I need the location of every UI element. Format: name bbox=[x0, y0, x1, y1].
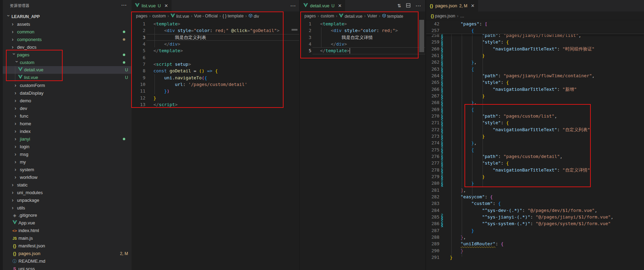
breadcrumb-item[interactable]: detail.vue bbox=[339, 14, 362, 19]
modified-gutter-icon bbox=[441, 46, 443, 52]
more-icon[interactable]: ⋯ bbox=[290, 2, 296, 9]
tree-item-README-md[interactable]: ⓘREADME.md bbox=[3, 257, 132, 265]
tree-item-system[interactable]: ›system bbox=[3, 166, 132, 173]
chevron-icon: › bbox=[15, 158, 19, 166]
code-text: "uniIdRouter": { bbox=[450, 240, 503, 247]
git-status-badge: 2, M bbox=[120, 250, 128, 257]
breadcrumb-item[interactable]: … bbox=[460, 14, 464, 18]
modified-gutter-icon bbox=[441, 72, 443, 79]
tree-item-uni_modules[interactable]: ›uni_modules bbox=[3, 189, 132, 196]
tree-item-list-vue[interactable]: list.vueU bbox=[3, 74, 132, 81]
tree-item-pages-json[interactable]: {}pages.json2, M bbox=[3, 250, 132, 257]
breadcrumb-item[interactable]: pages bbox=[304, 14, 316, 18]
breadcrumb-item[interactable]: { }template bbox=[223, 14, 244, 18]
tree-item-msg[interactable]: ›msg bbox=[3, 150, 132, 158]
tree-item-dataDisplay[interactable]: ›dataDisplay bbox=[3, 89, 132, 97]
chevron-icon: › bbox=[15, 112, 19, 120]
tree-item-dev_docs[interactable]: ›dev_docs bbox=[3, 43, 132, 51]
code-line: 11 }) bbox=[132, 88, 299, 94]
editor-actions: ⇅⋯ bbox=[397, 0, 421, 11]
diamond-file-icon: ◈ bbox=[12, 212, 17, 219]
vue-file-icon bbox=[12, 219, 17, 227]
tab-pages-json[interactable]: {}pages.json2, M✕ bbox=[426, 0, 478, 11]
breadcrumb-item[interactable]: {}pages.json bbox=[431, 14, 455, 18]
tree-item-func[interactable]: ›func bbox=[3, 112, 132, 120]
close-icon[interactable]: ✕ bbox=[338, 3, 342, 8]
tree-item--gitignore[interactable]: ◈.gitignore bbox=[3, 212, 132, 219]
tree-item-utils[interactable]: ›utils bbox=[3, 204, 132, 212]
code-text: { bbox=[450, 27, 474, 34]
breadcrumb-item[interactable]: custom bbox=[152, 14, 166, 18]
tree-item-dev[interactable]: ›dev bbox=[3, 104, 132, 112]
tree-item-uni-scss[interactable]: Suni.scss bbox=[3, 265, 132, 270]
code-line: 279 } bbox=[426, 173, 644, 180]
tree-item-label: .gitignore bbox=[18, 213, 37, 218]
tree-item-root[interactable]: ›LEARUN_APP bbox=[3, 13, 132, 20]
tree-item-workflow[interactable]: ›workflow bbox=[3, 173, 132, 181]
close-icon[interactable]: ✕ bbox=[164, 3, 168, 8]
scrollbar-handle[interactable] bbox=[419, 20, 424, 52]
code-text: "path": "pages/custom/detail", bbox=[450, 153, 563, 160]
code-line: 9 uni.navigateTo({ bbox=[132, 74, 299, 81]
tree-item-demo[interactable]: ›demo bbox=[3, 97, 132, 104]
tree-item-main-js[interactable]: JSmain.js bbox=[3, 235, 132, 242]
tree-item-detail-vue[interactable]: detail.vueU bbox=[3, 66, 132, 74]
tree-item-common[interactable]: ›common bbox=[3, 28, 132, 35]
tree-item-label: utils bbox=[17, 205, 25, 211]
code-area[interactable]: 258 "path": "pages/jianyi/flowTime/list"… bbox=[426, 32, 644, 261]
code-text: "path": "pages/custom/list", bbox=[450, 113, 557, 119]
tree-item-unpackage[interactable]: ›unpackage bbox=[3, 196, 132, 204]
breadcrumb-item[interactable]: list.vue bbox=[170, 14, 189, 19]
code-line: 6 bbox=[132, 54, 299, 61]
tree-item-login[interactable]: ›login bbox=[3, 143, 132, 150]
line-number: 271 bbox=[426, 119, 439, 126]
more-actions-icon[interactable]: ⋯ bbox=[121, 2, 127, 8]
tree-item-custom[interactable]: ›custom bbox=[3, 58, 132, 66]
tree-item-index[interactable]: ›index bbox=[3, 127, 132, 135]
code-line: 263 { bbox=[426, 66, 644, 72]
code-line: 272 "navigationBarTitleText": "自定义列表" bbox=[426, 126, 644, 133]
tree-item-home[interactable]: ›home bbox=[3, 120, 132, 127]
breadcrumb-item[interactable]: template bbox=[382, 14, 403, 19]
line-number: 286 bbox=[426, 220, 439, 227]
tree-item-manifest-json[interactable]: {}manifest.json bbox=[3, 242, 132, 250]
tree-item-assets[interactable]: ›assets bbox=[3, 20, 132, 28]
scrollbar-mark[interactable] bbox=[292, 29, 297, 31]
code-line: 289 "uniIdRouter": { bbox=[426, 240, 644, 247]
tree-item-App-vue[interactable]: App.vue bbox=[3, 219, 132, 227]
tree-item-label: workflow bbox=[20, 175, 38, 180]
breadcrumb[interactable]: pages›custom›list.vue›Vue - Official›{ }… bbox=[132, 11, 299, 21]
tree-item-index-html[interactable]: <>index.html bbox=[3, 227, 132, 235]
close-icon[interactable]: ✕ bbox=[471, 3, 475, 8]
breadcrumb-item[interactable]: div bbox=[248, 14, 259, 19]
code-text: "style": { bbox=[450, 160, 509, 166]
breadcrumb-item[interactable]: Vue - Official bbox=[194, 14, 218, 18]
code-line: 42 "pages": [ bbox=[426, 21, 644, 27]
tab-detail-vue[interactable]: detail.vueU✕ bbox=[300, 0, 345, 11]
split-editor-icon[interactable] bbox=[406, 3, 411, 9]
chevron-icon: › bbox=[15, 135, 19, 143]
breadcrumb[interactable]: pages›custom›detail.vue›Vuter›template bbox=[300, 11, 425, 21]
tree-item-my[interactable]: ›my bbox=[3, 158, 132, 166]
chevron-icon: › bbox=[15, 120, 19, 127]
more-icon[interactable]: ⋯ bbox=[415, 2, 421, 9]
tab-bar: {}pages.json2, M✕ bbox=[426, 0, 644, 11]
tree-item-jianyi[interactable]: ›jianyi bbox=[3, 135, 132, 143]
tree-item-static[interactable]: ›static bbox=[3, 181, 132, 189]
tree-item-pages[interactable]: ›pages bbox=[3, 51, 132, 58]
open-changes-icon[interactable]: ⇅ bbox=[397, 3, 401, 8]
sticky-scroll[interactable]: 42 "pages": [257 { bbox=[426, 21, 644, 34]
tab-list-vue[interactable]: list.vueU✕ bbox=[132, 0, 172, 11]
code-line: 290 } bbox=[426, 247, 644, 254]
breadcrumb-item[interactable]: pages bbox=[136, 14, 148, 18]
tree-item-label: uni_modules bbox=[17, 190, 43, 195]
tree-item-customForm[interactable]: ›customForm bbox=[3, 81, 132, 89]
chevron-icon: › bbox=[15, 81, 19, 89]
code-text: 我是自定义详情 bbox=[320, 34, 373, 41]
breadcrumb-item[interactable]: custom bbox=[321, 14, 334, 18]
breadcrumb-item[interactable]: Vuter bbox=[367, 14, 377, 18]
tree-item-components[interactable]: ›components bbox=[3, 35, 132, 43]
line-number: 12 bbox=[132, 95, 145, 101]
breadcrumb[interactable]: {}pages.json›… bbox=[426, 11, 644, 21]
code-line: 2 <div style="color: red;" @click="goDet… bbox=[132, 27, 299, 34]
